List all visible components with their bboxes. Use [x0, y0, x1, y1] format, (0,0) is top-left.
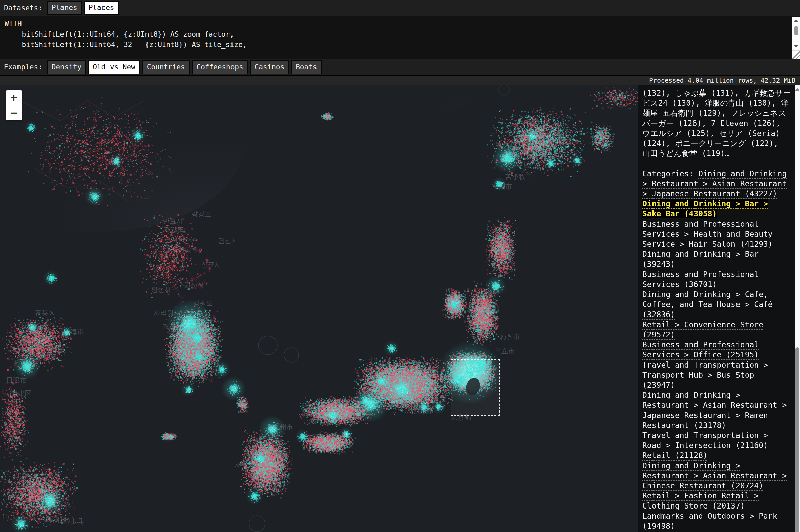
dataset-button-places[interactable]: Places: [84, 1, 119, 15]
map-place-label: 威海市: [63, 327, 84, 336]
map-place-label: 苫小牧市: [505, 172, 532, 181]
map-place-label: 단천시: [218, 236, 238, 245]
result-link[interactable]: Business and Professional Services > Off…: [642, 340, 759, 359]
map-place-label: 개성시: [163, 322, 183, 331]
example-button-density[interactable]: Density: [47, 60, 86, 74]
result-link[interactable]: Retail > Fashion Retail > Clothing Store…: [642, 491, 759, 510]
zoom-in-button[interactable]: +: [6, 90, 22, 106]
results-panel: (132), しゃぶ葉 (131), カギ救急サービス24 (130), 洋服の…: [638, 84, 795, 532]
map-place-label: 日立市: [495, 347, 515, 356]
map-place-label: 岱山县: [63, 517, 84, 526]
map-place-label: 烟台市: [28, 323, 48, 332]
spacer: [642, 158, 790, 169]
result-link[interactable]: (132): [642, 89, 666, 97]
example-button-casinos[interactable]: Casinos: [250, 60, 289, 74]
example-button-coffeeshops[interactable]: Coffeeshops: [192, 60, 248, 74]
top-names-list: (132), しゃぶ葉 (131), カギ救急サービス24 (130), 洋服の…: [642, 88, 790, 158]
categories-list: Categories: Dining and Drinking > Restau…: [642, 169, 790, 531]
zoom-out-button[interactable]: −: [6, 106, 22, 120]
map-place-label: 평성시: [151, 285, 171, 294]
scroll-up-icon[interactable]: [794, 19, 798, 22]
result-link[interactable]: Retail > Convenience Store (29572): [642, 320, 763, 339]
dataset-button-planes[interactable]: Planes: [47, 1, 82, 15]
results-scrollbar[interactable]: [795, 84, 800, 532]
map-place-label: 조선민주주: [165, 235, 198, 245]
map-place-label: 사리원시: [153, 308, 180, 318]
results-scrollbar-thumb[interactable]: [795, 347, 799, 532]
map-place-label: 浜松市: [414, 406, 434, 415]
map-place-label: 高知県: [315, 444, 336, 454]
map: 蓬莱区烟台市威海市莱西市海阳市平度市日照市岚山区嵊泗县岱山县만포시자강도량강도조…: [0, 84, 800, 532]
result-link[interactable]: ウエルシア (125): [642, 129, 710, 138]
map-place-label: 海阳市: [51, 345, 71, 355]
map-place-label: 의인민공화: [165, 246, 198, 255]
category-link-highlighted[interactable]: Dining and Drinking > Bar > Sake Bar (43…: [642, 200, 768, 218]
categories-label: Categories:: [642, 169, 698, 178]
scroll-down-icon[interactable]: [794, 45, 798, 48]
result-link[interactable]: Travel and Transportation > Road > Inter…: [642, 431, 768, 450]
result-link[interactable]: Travel and Transportation > Transport Hu…: [642, 360, 768, 390]
status-bar: Processed 4.04 million rows, 42.32 MiB: [0, 76, 800, 84]
map-place-label: 嵊泗县: [46, 515, 66, 524]
map-place-label: 蓬莱区: [35, 309, 55, 318]
map-place-label: 莱西市: [26, 336, 47, 345]
map-place-label: 日照市: [6, 376, 26, 385]
editor-scrollbar-thumb[interactable]: [794, 26, 798, 35]
map-zoom-control: + −: [6, 90, 22, 120]
result-link[interactable]: Landmarks and Outdoors > Park (19498): [642, 512, 778, 530]
result-link[interactable]: 7-Eleven (126): [711, 119, 776, 128]
map-place-label: 원산시: [184, 280, 204, 289]
status-text: Processed 4.04 million rows, 42.32 MiB: [649, 77, 795, 84]
editor-resize-grip-icon[interactable]: [792, 50, 800, 59]
sql-editor[interactable]: WITH bitShiftLeft(1::UInt64, {z:UInt8}) …: [0, 16, 800, 59]
sql-code[interactable]: WITH bitShiftLeft(1::UInt64, {z:UInt8}) …: [0, 16, 800, 53]
example-button-old-vs-new[interactable]: Old vs New: [88, 60, 140, 74]
examples-bar: Examples: Density Old vs New Countries C…: [0, 59, 800, 76]
examples-label: Examples:: [4, 63, 42, 71]
map-place-label: 자강도: [164, 225, 184, 234]
result-link[interactable]: Dining and Drinking > Restaurant > Asian…: [642, 461, 786, 490]
result-link[interactable]: Dining and Drinking > Bar (39243): [642, 250, 759, 268]
result-link[interactable]: 山田うどん食堂 (119): [642, 149, 725, 158]
datasets-label: Datasets:: [4, 4, 42, 12]
map-place-label: 岚山区: [12, 389, 32, 398]
map-selection-rectangle: [451, 360, 499, 416]
result-link[interactable]: Business and Professional Services > Hea…: [642, 220, 773, 248]
result-link[interactable]: Business and Professional Services (3670…: [642, 270, 759, 289]
map-place-label: 국: [171, 256, 178, 265]
result-link[interactable]: 洋服の青山 (130): [705, 99, 772, 108]
result-link[interactable]: しゃぶ葉 (131): [675, 89, 734, 97]
map-place-label: 강원도: [193, 299, 213, 308]
result-link[interactable]: Dining and Drinking > Cafe, Coffee, and …: [642, 290, 773, 319]
editor-scrollbar[interactable]: [792, 17, 800, 50]
example-button-countries[interactable]: Countries: [142, 60, 190, 74]
map-place-label: 平度市: [14, 347, 34, 356]
result-link[interactable]: Dining and Drinking > Restaurant > Asian…: [642, 391, 786, 430]
map-place-label: 長崎市: [233, 459, 253, 469]
map-place-label: 신포시: [201, 260, 221, 269]
result-link[interactable]: Retail (21128): [642, 451, 708, 460]
map-place-label: 室蘭市: [492, 182, 512, 191]
datasets-bar: Datasets: Planes Places: [0, 0, 800, 16]
result-link[interactable]: ポニークリーニング (122): [675, 139, 774, 148]
example-button-boats[interactable]: Boats: [291, 60, 322, 74]
map-place-label: 北九州市: [266, 422, 293, 432]
scroll-up-icon[interactable]: [795, 88, 800, 91]
map-place-label: いわき市: [493, 332, 520, 341]
map-place-label: 만포시: [163, 216, 183, 226]
map-place-label: 량강도: [191, 210, 211, 219]
